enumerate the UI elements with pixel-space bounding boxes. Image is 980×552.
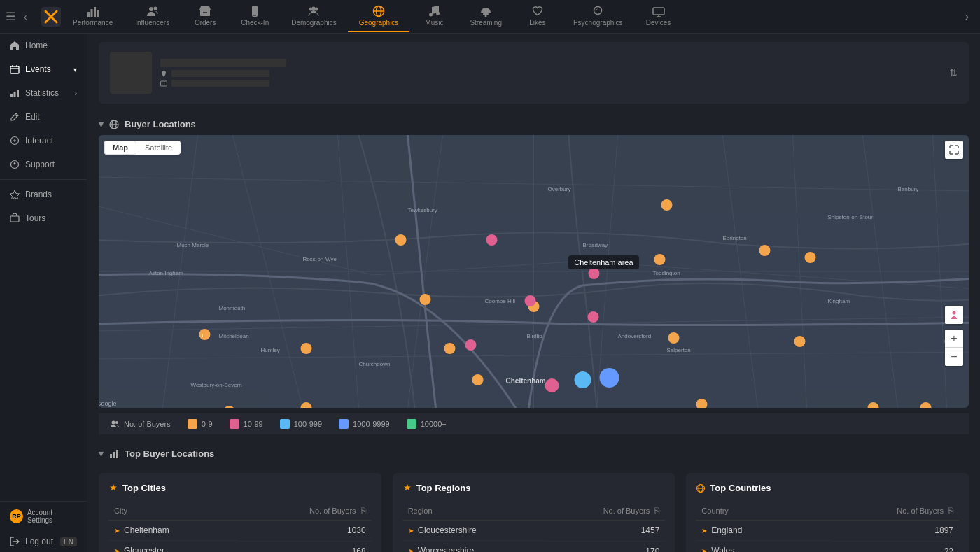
top-buyer-toggle[interactable]: ▾: [99, 448, 104, 459]
sidebar-item-edit[interactable]: Edit: [0, 105, 87, 129]
svg-text:Kingham: Kingham: [828, 298, 850, 304]
svg-point-6: [153, 7, 157, 10]
nav-item-orders[interactable]: Orders: [181, 1, 230, 32]
nav-item-geographics[interactable]: Geographics: [348, 1, 410, 32]
svg-point-121: [486, 234, 498, 246]
nav-item-likes[interactable]: Likes: [513, 1, 562, 32]
sidebar-item-home[interactable]: Home: [0, 34, 87, 57]
svg-point-107: [396, 234, 407, 246]
map-zoom-controls: + −: [945, 330, 963, 366]
top-cities-title: Top Cities: [108, 483, 372, 493]
legend-item-0-9: 0-9: [188, 419, 213, 429]
nav-item-music[interactable]: Music: [410, 1, 458, 32]
language-selector[interactable]: EN: [60, 537, 77, 546]
legend-dot-10000plus: [407, 419, 416, 429]
svg-text:Westbury-on-Severn: Westbury-on-Severn: [191, 382, 242, 388]
map-zoom-in[interactable]: +: [945, 330, 963, 348]
svg-point-13: [312, 7, 316, 10]
hamburger-icon[interactable]: ☰: [6, 10, 15, 23]
section-toggle-icon[interactable]: ▾: [99, 119, 104, 129]
sidebar-item-interact[interactable]: Interact: [0, 129, 87, 153]
nav-item-performance[interactable]: Performance: [62, 1, 124, 32]
svg-text:Broadway: Broadway: [583, 242, 608, 248]
svg-point-130: [115, 421, 118, 424]
sidebar-item-events[interactable]: Events ▾: [0, 57, 87, 81]
sidebar-item-support[interactable]: Support: [0, 153, 87, 176]
svg-point-103: [668, 332, 680, 344]
top-regions-title: Top Regions: [402, 483, 666, 493]
svg-text:Coombe Hill: Coombe Hill: [485, 298, 516, 304]
svg-marker-35: [10, 190, 20, 199]
svg-text:Google: Google: [99, 400, 117, 407]
nav-item-streaming[interactable]: Streaming: [458, 1, 513, 32]
svg-rect-29: [14, 92, 16, 97]
map-tab-satellite[interactable]: Satellite: [136, 141, 181, 155]
content-area: ⇅ ▾ Buyer Locations: [88, 34, 980, 552]
map-fullscreen-btn[interactable]: [945, 141, 963, 159]
city-col-header: City: [108, 502, 239, 521]
region-buyers: 170: [545, 541, 665, 552]
brands-icon: [10, 190, 20, 199]
city-icon: [108, 483, 118, 493]
city-name: ➤Gloucester: [108, 541, 239, 552]
svg-point-19: [485, 15, 487, 17]
svg-point-119: [588, 311, 599, 323]
event-thumbnail: [110, 52, 152, 94]
svg-text:Huntley: Huntley: [261, 347, 280, 353]
svg-point-129: [112, 421, 115, 425]
legend-dot-0-9: [188, 419, 197, 429]
svg-point-18: [436, 12, 440, 15]
legend-item-10-99: 10-99: [230, 419, 263, 429]
svg-point-126: [600, 368, 620, 388]
svg-text:Ross-on-Wye: Ross-on-Wye: [303, 256, 337, 262]
map-zoom-out[interactable]: −: [945, 348, 963, 366]
svg-text:i: i: [304, 406, 305, 408]
nav-item-demographics[interactable]: Demographics: [280, 1, 347, 32]
map-tab-map[interactable]: Map: [104, 141, 136, 155]
map-streetview-btn[interactable]: [945, 306, 963, 324]
svg-rect-1: [88, 12, 90, 17]
svg-text:Andoversford: Andoversford: [618, 333, 652, 339]
country-col-header: Country: [696, 502, 831, 521]
region-buyers: 1457: [545, 521, 665, 542]
table-row: ➤Gloucestershire1457: [402, 521, 666, 542]
sidebar-bottom: RP Account Settings Log out EN: [0, 501, 87, 552]
event-action-sort[interactable]: ⇅: [949, 67, 958, 78]
svg-point-115: [465, 339, 477, 351]
nav-item-devices[interactable]: Devices: [634, 1, 683, 32]
nav-item-checkin[interactable]: Check-In: [230, 1, 280, 32]
account-settings[interactable]: RP Account Settings: [0, 502, 87, 531]
svg-rect-3: [94, 7, 96, 17]
location-arrow-icon: ➤: [114, 547, 120, 553]
svg-line-31: [15, 115, 18, 117]
country-buyers: 1897: [831, 521, 959, 542]
table-row: ➤Worcestershire170: [402, 541, 666, 552]
sidebar-item-tours[interactable]: Tours: [0, 206, 87, 230]
back-icon[interactable]: ‹: [24, 11, 27, 22]
statistics-chevron: ›: [75, 90, 77, 97]
buyers-icon: [110, 419, 120, 429]
region-buyers-col: No. of Buyers ⎘: [545, 502, 665, 521]
svg-rect-21: [653, 8, 664, 15]
legend-dot-100-999: [280, 419, 290, 429]
map-tabs: Map Satellite: [104, 141, 181, 155]
sidebar-item-statistics[interactable]: Statistics ›: [0, 81, 87, 105]
svg-point-34: [14, 167, 15, 167]
event-header: ⇅: [99, 42, 969, 104]
bottom-grid: Top Cities City No. of Buyers ⎘ ➤Chelten…: [99, 473, 969, 552]
nav-more-icon[interactable]: ›: [960, 10, 974, 23]
svg-point-101: [301, 343, 312, 354]
copy-icon-countries[interactable]: ⎘: [948, 506, 953, 516]
copy-icon-cities[interactable]: ⎘: [361, 506, 366, 516]
nav-item-influencers[interactable]: Influencers: [124, 1, 181, 32]
legend-item-1000-9999: 1000-9999: [339, 419, 390, 429]
svg-point-82: [200, 329, 211, 340]
svg-rect-10: [253, 15, 256, 16]
copy-icon-regions[interactable]: ⎘: [654, 506, 659, 516]
svg-text:Ebrington: Ebrington: [723, 235, 747, 241]
logout-row[interactable]: Log out EN: [0, 531, 87, 552]
sidebar-item-brands[interactable]: Brands: [0, 183, 87, 206]
nav-item-psychographics[interactable]: Psychographics: [562, 1, 634, 32]
svg-text:Banbury: Banbury: [898, 186, 919, 192]
svg-rect-28: [10, 94, 13, 97]
